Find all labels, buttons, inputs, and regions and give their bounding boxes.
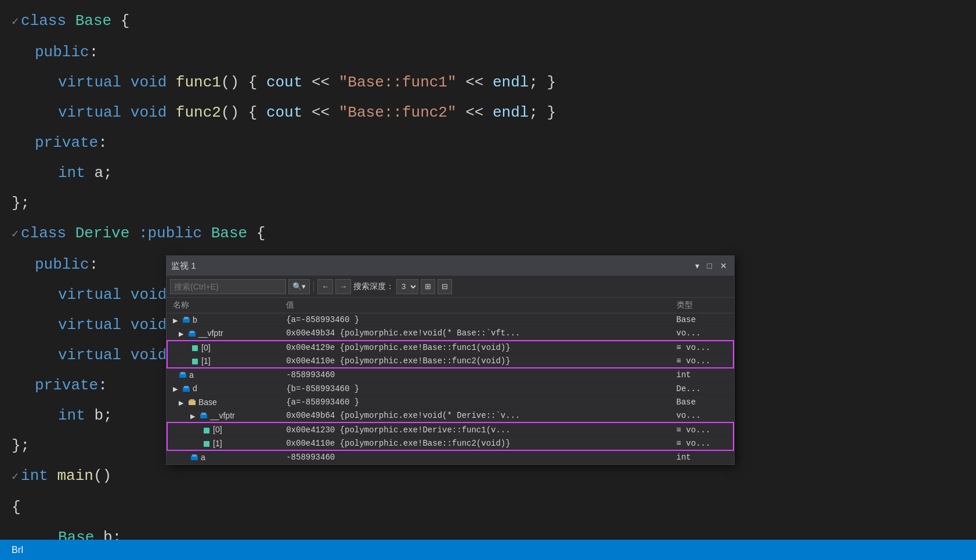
- watch-title: 监视 1: [171, 261, 196, 272]
- svg-rect-1: [184, 317, 189, 319]
- svg-rect-5: [192, 359, 198, 364]
- cube-icon-b-vf1: [191, 357, 199, 366]
- code-line-5: private:: [0, 128, 976, 158]
- row-da-type: int: [671, 450, 733, 464]
- col-header-name: 名称: [167, 298, 280, 313]
- row-dvfptr-value: 0x00e49b64 {polymorphic.exe!void(* Deriv…: [280, 409, 670, 423]
- row-vfptr-value: 0x00e49b34 {polymorphic.exe!void(* Base:…: [280, 327, 670, 341]
- row-d-vf0-type: ≡ vo...: [671, 422, 733, 436]
- code-line-4: virtual void func2() { cout << "Base::fu…: [0, 97, 976, 128]
- table-row[interactable]: [1] 0x00e4110e {polymorphic.exe!Base::fu…: [167, 354, 733, 368]
- cube-icon-ba: [179, 371, 187, 380]
- watch-nav-back-button[interactable]: ←: [317, 279, 333, 294]
- expand-icon-vfptr[interactable]: ▶: [179, 330, 183, 337]
- row-d-vf0-name: [0]: [167, 422, 280, 436]
- cube-icon-d-vf1: [203, 440, 211, 448]
- code-line-1: ✓class Base {: [0, 6, 976, 37]
- code-line-3: virtual void func1() { cout << "Base::fu…: [0, 67, 976, 97]
- table-row[interactable]: ▶ b {a=-858993460 } Base: [167, 313, 733, 327]
- cube-icon-vfptr: [188, 330, 196, 338]
- svg-rect-17: [192, 454, 197, 457]
- svg-rect-13: [201, 413, 206, 415]
- watch-title-controls: ▾ □ ✕: [693, 261, 729, 270]
- status-bar: BrI: [0, 540, 976, 560]
- code-line-8: ✓class Derive :public Base {: [0, 218, 976, 250]
- cube-icon-dvfptr: [200, 412, 208, 420]
- expand-icon-b[interactable]: ▶: [173, 317, 178, 324]
- row-d-value: {b=-858993460 }: [280, 382, 670, 395]
- row-dbase-value: {a=-858993460 }: [280, 395, 670, 409]
- table-row[interactable]: [0] 0x00e41230 {polymorphic.exe!Derive::…: [167, 422, 733, 436]
- table-row[interactable]: ▶ __vfptr 0x00e49b64 {polymorphic.exe!vo…: [167, 409, 733, 423]
- row-b-name: ▶ b: [167, 313, 280, 327]
- svg-rect-4: [192, 345, 198, 351]
- expand-icon-dbase[interactable]: ▶: [179, 399, 183, 406]
- row-d-type: De...: [671, 382, 733, 395]
- code-line-17: {: [0, 492, 976, 522]
- watch-pin-button[interactable]: ▾: [693, 261, 702, 270]
- table-row[interactable]: a -858993460 int: [167, 368, 733, 382]
- watch-close-button[interactable]: ✕: [718, 261, 729, 270]
- row-b-vf1-type: ≡ vo...: [671, 354, 733, 368]
- watch-window: 监视 1 ▾ □ ✕ 🔍▾ ← → 搜索深度： 3 1 2 4 5 ⊞ ⊟ 名称: [166, 255, 735, 465]
- row-b-value: {a=-858993460 }: [280, 313, 670, 327]
- svg-rect-9: [184, 386, 189, 388]
- svg-rect-3: [190, 331, 194, 333]
- collapse-1[interactable]: ✓: [12, 7, 19, 37]
- row-vfptr-name: ▶ __vfptr: [167, 327, 280, 341]
- table-row[interactable]: [1] 0x00e4110e {polymorphic.exe!Base::fu…: [167, 436, 733, 450]
- toolbar-sep-1: [313, 281, 314, 292]
- code-line-2: public:: [0, 37, 976, 67]
- row-dvfptr-type: vo...: [671, 409, 733, 423]
- table-row[interactable]: [0] 0x00e4129e {polymorphic.exe!Base::fu…: [167, 341, 733, 355]
- code-line-6: int a;: [0, 158, 976, 188]
- watch-minimize-button[interactable]: □: [705, 261, 714, 270]
- watch-search-icon-btn[interactable]: 🔍▾: [288, 279, 310, 294]
- watch-toolbar-tree-btn[interactable]: ⊞: [421, 279, 435, 294]
- watch-search-input[interactable]: [170, 279, 286, 294]
- row-ba-type: int: [671, 368, 733, 382]
- row-b-vf1-name: [1]: [167, 354, 280, 368]
- row-b-vf0-value: 0x00e4129e {polymorphic.exe!Base::func1(…: [280, 341, 670, 355]
- row-ba-value: -858993460: [280, 368, 670, 382]
- watch-table-wrapper[interactable]: 名称 值 类型 ▶ b {a=-858993460 } Base: [167, 298, 734, 464]
- table-row[interactable]: ▶ Base {a=-858993460 } Base: [167, 395, 733, 409]
- col-header-type: 类型: [671, 298, 733, 313]
- expand-icon-dvfptr[interactable]: ▶: [190, 413, 195, 420]
- watch-titlebar[interactable]: 监视 1 ▾ □ ✕: [167, 256, 734, 276]
- cube-icon-b: [182, 316, 190, 324]
- row-vfptr-type: vo...: [671, 327, 733, 341]
- watch-depth-select[interactable]: 3 1 2 4 5: [396, 279, 418, 294]
- row-d-vf1-type: ≡ vo...: [671, 436, 733, 450]
- table-row[interactable]: ▶ d {b=-858993460 } De...: [167, 382, 733, 395]
- col-header-value: 值: [280, 298, 670, 313]
- watch-nav-fwd-button[interactable]: →: [335, 279, 351, 294]
- row-d-vf1-value: 0x00e4110e {polymorphic.exe!Base::func2(…: [280, 436, 670, 450]
- status-text: BrI: [12, 545, 23, 555]
- table-row[interactable]: ▶ __vfptr 0x00e49b34 {polymorphic.exe!vo…: [167, 327, 733, 341]
- row-b-vf0-type: ≡ vo...: [671, 341, 733, 355]
- collapse-3[interactable]: ✓: [12, 462, 19, 492]
- svg-rect-15: [204, 441, 209, 447]
- row-da-name: a: [167, 450, 280, 464]
- row-ba-name: a: [167, 368, 280, 382]
- row-dvfptr-name: ▶ __vfptr: [167, 409, 280, 423]
- collapse-2[interactable]: ✓: [12, 219, 19, 250]
- table-row[interactable]: a -858993460 int: [167, 450, 733, 464]
- watch-table: 名称 值 类型 ▶ b {a=-858993460 } Base: [167, 298, 734, 464]
- watch-table-header: 名称 值 类型: [167, 298, 733, 313]
- row-d-vf1-name: [1]: [167, 436, 280, 450]
- cube-icon-b-vf0: [191, 344, 199, 352]
- watch-toolbar-grid-btn[interactable]: ⊟: [438, 279, 452, 294]
- expand-icon-d[interactable]: ▶: [173, 385, 178, 392]
- svg-rect-14: [204, 428, 209, 433]
- row-b-vf1-value: 0x00e4110e {polymorphic.exe!Base::func2(…: [280, 354, 670, 368]
- row-dbase-type: Base: [671, 395, 733, 409]
- watch-depth-label: 搜索深度：: [353, 281, 394, 292]
- code-line-7: };: [0, 188, 976, 218]
- cube-icon-da: [190, 454, 198, 462]
- svg-rect-11: [190, 399, 194, 402]
- cube-icon-d: [182, 385, 190, 393]
- row-d-vf0-value: 0x00e41230 {polymorphic.exe!Derive::func…: [280, 422, 670, 436]
- row-da-value: -858993460: [280, 450, 670, 464]
